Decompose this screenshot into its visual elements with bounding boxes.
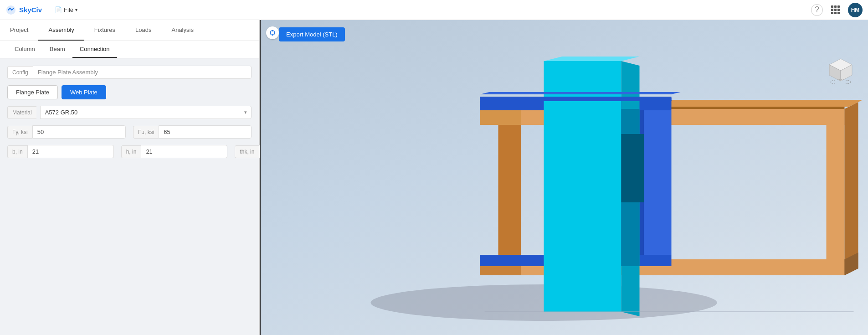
config-input[interactable] xyxy=(33,66,252,79)
h-group: h, in xyxy=(121,145,228,158)
b-group: b, in xyxy=(7,145,114,158)
sub-tab-connection[interactable]: Connection xyxy=(72,41,117,58)
fu-label: Fu, ksi xyxy=(133,126,159,139)
beam-web-front xyxy=(498,125,521,259)
b-label: b, in xyxy=(7,145,27,158)
b-input[interactable] xyxy=(27,145,114,158)
main-layout: Project Assembly Fixtures Loads Analysis… xyxy=(0,20,868,335)
h-input[interactable] xyxy=(141,145,227,158)
help-icon[interactable]: ? xyxy=(811,4,823,16)
config-label: Config xyxy=(7,66,33,79)
material-row: Material A572 GR.50 A36 A992 ▾ xyxy=(7,106,252,119)
orientation-cube-svg xyxy=(827,57,854,84)
notch-area xyxy=(621,134,644,202)
blue-top-accent xyxy=(480,97,672,101)
skyciv-logo-icon xyxy=(5,5,16,15)
web-plate-button[interactable]: Web Plate xyxy=(62,85,106,99)
plate-button-group: Flange Plate Web Plate xyxy=(7,85,252,99)
fy-label: Fy, ksi xyxy=(7,126,32,139)
tab-assembly[interactable]: Assembly xyxy=(38,20,84,41)
file-label: File xyxy=(64,6,73,13)
grid-icon[interactable] xyxy=(830,5,841,15)
tab-analysis[interactable]: Analysis xyxy=(161,20,203,41)
beam-right-end xyxy=(845,102,858,275)
file-menu-button[interactable]: 📄 File ▾ xyxy=(51,5,81,15)
file-icon: 📄 xyxy=(55,6,62,13)
header: SkyCiv 📄 File ▾ ? HM xyxy=(0,0,868,20)
config-row: Config xyxy=(7,66,252,79)
cyan-column-top xyxy=(544,57,640,61)
dimensions-row: b, in h, in thk, in xyxy=(7,145,252,158)
left-panel: Project Assembly Fixtures Loads Analysis… xyxy=(0,20,260,335)
fy-fu-row: Fy, ksi Fu, ksi xyxy=(7,125,252,139)
logo: SkyCiv xyxy=(5,5,42,15)
panel-content: Config Flange Plate Web Plate Material A… xyxy=(0,58,259,165)
tab-fixtures[interactable]: Fixtures xyxy=(84,20,125,41)
h-label: h, in xyxy=(121,145,141,158)
orientation-cube[interactable] xyxy=(827,57,854,84)
chevron-down-icon: ▾ xyxy=(75,7,77,12)
material-label: Material xyxy=(7,106,36,119)
header-right: ? HM xyxy=(811,3,863,17)
fu-input[interactable] xyxy=(159,125,252,139)
header-left: SkyCiv 📄 File ▾ xyxy=(5,5,81,15)
main-tabs: Project Assembly Fixtures Loads Analysis xyxy=(0,20,259,41)
thk-label: thk, in xyxy=(235,145,259,158)
sub-tabs: Column Beam Connection xyxy=(0,41,259,58)
tab-project[interactable]: Project xyxy=(0,20,38,41)
fy-input[interactable] xyxy=(32,125,126,139)
material-select-wrapper: A572 GR.50 A36 A992 ▾ xyxy=(40,106,252,119)
logo-text: SkyCiv xyxy=(19,6,42,14)
viewport: Export Model (STL) xyxy=(261,20,868,335)
sub-tab-beam[interactable]: Beam xyxy=(42,41,72,58)
fy-group: Fy, ksi xyxy=(7,125,126,139)
blue-plate-right xyxy=(644,110,672,255)
material-select[interactable]: A572 GR.50 A36 A992 xyxy=(40,106,252,119)
3d-model-viewport xyxy=(261,20,868,335)
blue-top-accent-top xyxy=(480,92,681,94)
user-avatar[interactable]: HM xyxy=(848,3,863,17)
tab-loads[interactable]: Loads xyxy=(125,20,161,41)
flange-plate-button[interactable]: Flange Plate xyxy=(7,85,58,99)
sub-tab-column[interactable]: Column xyxy=(7,41,42,58)
fu-group: Fu, ksi xyxy=(133,125,252,139)
